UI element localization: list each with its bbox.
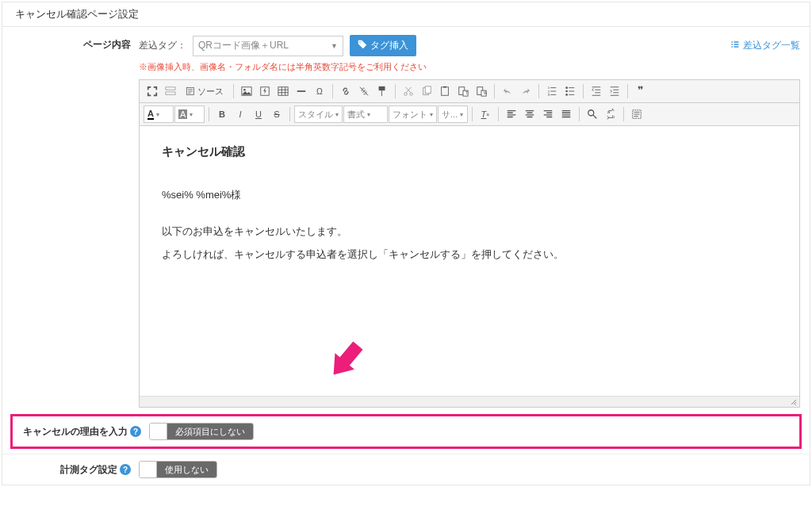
anchor-icon[interactable] (373, 82, 391, 100)
svg-text:❞: ❞ (638, 86, 644, 97)
strike-icon[interactable]: S (268, 105, 285, 123)
svg-point-4 (243, 89, 246, 91)
help-icon[interactable]: ? (120, 464, 131, 475)
svg-rect-1 (166, 92, 175, 95)
tracking-tag-label: 計測タグ設定 ? (12, 463, 139, 477)
cancel-reason-toggle[interactable]: 必須項目にしない (149, 423, 254, 440)
redo-icon[interactable] (517, 82, 534, 100)
caret-down-icon: ▼ (331, 42, 338, 50)
svg-rect-8 (379, 86, 385, 90)
image-warning-text: ※画像挿入時、画像名・フォルダ名には半角英数字記号をご利用ください (139, 61, 800, 73)
help-icon[interactable]: ? (130, 426, 141, 437)
special-char-icon[interactable]: Ω (311, 82, 328, 100)
svg-point-11 (410, 93, 413, 96)
paste-word-icon[interactable]: W (473, 82, 490, 100)
bold-icon[interactable]: B (213, 105, 231, 123)
svg-text:a: a (607, 109, 611, 114)
copy-icon[interactable] (418, 82, 435, 100)
size-select[interactable]: サ...▾ (438, 105, 468, 123)
maximize-icon[interactable] (144, 82, 161, 100)
tag-insert-row: 差込タグ： QRコード画像＋URL ▼ タグ挿入 差込タグ一覧 (139, 35, 800, 56)
align-justify-icon[interactable] (557, 105, 575, 123)
text-color-select[interactable]: A▾ (144, 105, 174, 123)
align-right-icon[interactable] (539, 105, 557, 123)
align-left-icon[interactable] (503, 105, 520, 123)
tag-list-link[interactable]: 差込タグ一覧 (730, 39, 800, 52)
svg-point-25 (565, 86, 568, 89)
settings-panel: キャンセル確認ページ設定 ページ内容 差込タグ： QRコード画像＋URL ▼ タ… (2, 2, 810, 485)
content-line1: 以下のお申込をキャンセルいたします。 (162, 222, 777, 242)
svg-rect-6 (278, 87, 288, 96)
resize-handle-icon[interactable] (790, 397, 798, 405)
toggle-knob (150, 424, 167, 439)
svg-point-10 (404, 93, 408, 96)
cancel-reason-row: キャンセルの理由を入力 ? 必須項目にしない (13, 416, 793, 447)
toggle-knob (140, 462, 157, 477)
align-center-icon[interactable] (521, 105, 538, 123)
hr-icon[interactable] (293, 82, 310, 100)
blocks-icon[interactable] (162, 82, 179, 100)
panel-title: キャンセル確認ページ設定 (15, 7, 139, 21)
format-select[interactable]: 書式▾ (343, 105, 388, 123)
svg-text:W: W (484, 90, 487, 95)
page-content-label: ページ内容 (12, 35, 139, 52)
tag-label: 差込タグ： (139, 39, 186, 52)
table-icon[interactable] (274, 82, 292, 100)
replace-icon[interactable]: ab (602, 105, 619, 123)
tracking-toggle-label: 使用しない (157, 462, 216, 477)
indent-icon[interactable] (606, 82, 623, 100)
paste-text-icon[interactable]: T (454, 82, 472, 100)
remove-format-icon[interactable]: T× (477, 105, 494, 123)
image-icon[interactable] (238, 82, 255, 100)
list-icon (730, 40, 740, 52)
tracking-toggle[interactable]: 使用しない (139, 461, 217, 478)
select-all-icon[interactable] (628, 105, 645, 123)
flash-icon[interactable] (256, 82, 274, 100)
style-select[interactable]: スタイル▾ (294, 105, 343, 123)
numbered-list-icon[interactable]: 123 (543, 82, 561, 100)
blockquote-icon[interactable]: ❞ (632, 82, 649, 100)
bg-color-select[interactable]: A▾ (174, 105, 205, 123)
page-content-row: ページ内容 差込タグ： QRコード画像＋URL ▼ タグ挿入 (2, 27, 810, 412)
rich-text-editor: ソース Ω (139, 79, 800, 408)
arrow-annotation-icon (322, 336, 370, 391)
editor-footer (140, 396, 799, 407)
editor-toolbar-row1: ソース Ω (140, 80, 799, 103)
find-icon[interactable] (584, 105, 601, 123)
svg-rect-0 (166, 87, 175, 90)
svg-point-29 (588, 110, 594, 116)
outdent-icon[interactable] (588, 82, 605, 100)
bullet-list-icon[interactable] (561, 82, 579, 100)
cancel-reason-label: キャンセルの理由を入力 ? (22, 425, 149, 439)
underline-icon[interactable]: U (250, 105, 267, 123)
svg-rect-9 (381, 90, 382, 96)
paste-icon[interactable] (436, 82, 454, 100)
editor-content-area[interactable]: キャンセル確認 %sei% %mei%様 以下のお申込をキャンセルいたします。 … (140, 126, 799, 396)
tag-select[interactable]: QRコード画像＋URL ▼ (193, 36, 343, 56)
highlight-annotation: キャンセルの理由を入力 ? 必須項目にしない (10, 414, 802, 449)
font-select[interactable]: フォント▾ (389, 105, 437, 123)
insert-tag-button[interactable]: タグ挿入 (350, 35, 416, 56)
tag-list-link-label: 差込タグ一覧 (743, 39, 800, 52)
svg-rect-14 (442, 87, 449, 96)
svg-text:Ω: Ω (316, 86, 323, 96)
content-line2: よろしければ、キャンセルする申込者を選択し「キャンセルする」を押してください。 (162, 245, 777, 265)
unlink-icon[interactable] (355, 82, 373, 100)
cut-icon[interactable] (400, 82, 417, 100)
italic-icon[interactable]: I (232, 105, 249, 123)
editor-toolbar-row2: A▾ A▾ B I U S スタイル▾ 書式▾ フォント▾ (140, 103, 799, 126)
insert-tag-label: タグ挿入 (370, 39, 408, 52)
content-vars: %sei% %mei%様 (162, 186, 777, 205)
svg-rect-13 (425, 86, 431, 94)
panel-header: キャンセル確認ページ設定 (2, 2, 810, 27)
svg-text:b: b (612, 113, 615, 119)
svg-text:3: 3 (548, 93, 550, 97)
tag-select-value: QRコード画像＋URL (198, 39, 289, 52)
source-button[interactable]: ソース (180, 82, 229, 100)
page-content-body: 差込タグ： QRコード画像＋URL ▼ タグ挿入 差込タグ一覧 (139, 35, 800, 408)
undo-icon[interactable] (499, 82, 516, 100)
cancel-reason-toggle-label: 必須項目にしない (167, 424, 253, 439)
svg-point-27 (565, 94, 568, 96)
link-icon[interactable] (337, 82, 354, 100)
content-title: キャンセル確認 (162, 140, 777, 163)
